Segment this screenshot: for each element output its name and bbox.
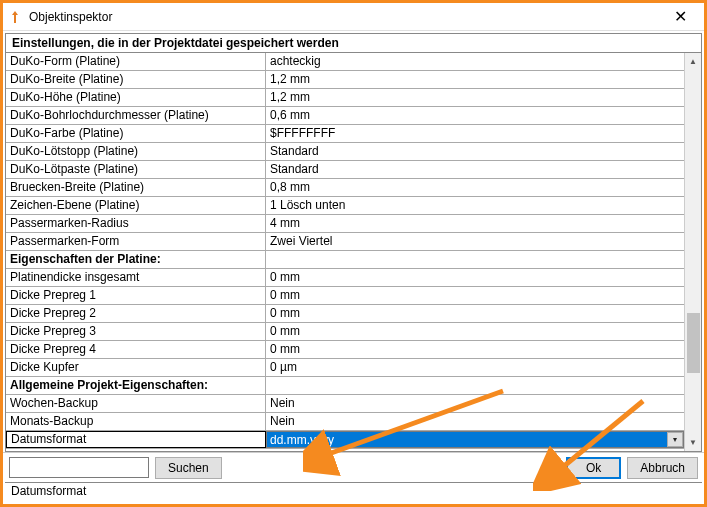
property-row[interactable]: Passermarken-FormZwei Viertel (6, 233, 684, 251)
property-label: Dicke Prepreg 1 (6, 287, 266, 304)
property-label: DuKo-Lötpaste (Platine) (6, 161, 266, 178)
property-value: 0 mm (266, 341, 684, 358)
property-label: DuKo-Bohrlochdurchmesser (Platine) (6, 107, 266, 124)
scroll-up-arrow[interactable]: ▲ (685, 53, 701, 70)
property-value (266, 251, 684, 268)
property-row[interactable]: Monats-BackupNein (6, 413, 684, 431)
property-label: DuKo-Farbe (Platine) (6, 125, 266, 142)
property-value: 0,8 mm (266, 179, 684, 196)
content-area: Einstellungen, die in der Projektdatei g… (3, 31, 704, 504)
property-label: Eigenschaften der Platine: (6, 251, 266, 268)
property-label: Monats-Backup (6, 413, 266, 430)
search-input[interactable] (9, 457, 149, 478)
property-label: Dicke Prepreg 2 (6, 305, 266, 322)
property-value: 1,2 mm (266, 71, 684, 88)
property-grid-wrap: DuKo-Form (Platine)achteckigDuKo-Breite … (5, 53, 702, 452)
property-value[interactable]: ▾ (266, 431, 684, 448)
property-value: 0 mm (266, 305, 684, 322)
property-value: $FFFFFFFF (266, 125, 684, 142)
property-value: Standard (266, 161, 684, 178)
property-value (266, 377, 684, 394)
property-value: 0,6 mm (266, 107, 684, 124)
property-label: DuKo-Höhe (Platine) (6, 89, 266, 106)
property-row[interactable]: Allgemeine Projekt-Eigenschaften: (6, 377, 684, 395)
property-value: 0 mm (266, 269, 684, 286)
property-label: Passermarken-Radius (6, 215, 266, 232)
property-value: Nein (266, 395, 684, 412)
property-row[interactable]: Dicke Prepreg 20 mm (6, 305, 684, 323)
property-value: Zwei Viertel (266, 233, 684, 250)
property-row[interactable]: Dicke Kupfer0 µm (6, 359, 684, 377)
property-row[interactable]: Zeichen-Ebene (Platine)1 Lösch unten (6, 197, 684, 215)
window-title: Objektinspektor (29, 10, 660, 24)
property-label: Dicke Prepreg 3 (6, 323, 266, 340)
property-row[interactable]: DuKo-Höhe (Platine)1,2 mm (6, 89, 684, 107)
property-row[interactable]: Datumsformat▾ (6, 431, 684, 449)
property-row[interactable]: DuKo-Farbe (Platine)$FFFFFFFF (6, 125, 684, 143)
window: Objektinspektor ✕ Einstellungen, die in … (0, 0, 707, 507)
property-value: 0 µm (266, 359, 684, 376)
property-row[interactable]: Bruecken-Breite (Platine)0,8 mm (6, 179, 684, 197)
property-label: Dicke Prepreg 4 (6, 341, 266, 358)
property-value-input[interactable] (266, 431, 684, 448)
property-value: achteckig (266, 53, 684, 70)
property-label: Zeichen-Ebene (Platine) (6, 197, 266, 214)
property-grid: DuKo-Form (Platine)achteckigDuKo-Breite … (6, 53, 684, 451)
property-value: Nein (266, 413, 684, 430)
property-row[interactable]: Eigenschaften der Platine: (6, 251, 684, 269)
property-row[interactable]: DuKo-Breite (Platine)1,2 mm (6, 71, 684, 89)
property-row[interactable]: DuKo-Bohrlochdurchmesser (Platine)0,6 mm (6, 107, 684, 125)
property-row[interactable]: Platinendicke insgesamt0 mm (6, 269, 684, 287)
cancel-button[interactable]: Abbruch (627, 457, 698, 479)
property-row[interactable]: DuKo-Lötpaste (Platine)Standard (6, 161, 684, 179)
vertical-scrollbar[interactable]: ▲ ▼ (684, 53, 701, 451)
property-value: 1 Lösch unten (266, 197, 684, 214)
property-value: Standard (266, 143, 684, 160)
property-row[interactable]: DuKo-Form (Platine)achteckig (6, 53, 684, 71)
property-value: 1,2 mm (266, 89, 684, 106)
property-row[interactable]: Dicke Prepreg 40 mm (6, 341, 684, 359)
property-row[interactable]: Wochen-BackupNein (6, 395, 684, 413)
app-icon (7, 9, 23, 25)
property-label: Wochen-Backup (6, 395, 266, 412)
ok-button[interactable]: Ok (566, 457, 621, 479)
property-label: Dicke Kupfer (6, 359, 266, 376)
property-row[interactable]: DuKo-Lötstopp (Platine)Standard (6, 143, 684, 161)
status-bar: Datumsformat (5, 482, 702, 502)
property-label: Allgemeine Projekt-Eigenschaften: (6, 377, 266, 394)
scroll-down-arrow[interactable]: ▼ (685, 434, 701, 451)
property-label: DuKo-Breite (Platine) (6, 71, 266, 88)
property-value: 4 mm (266, 215, 684, 232)
titlebar: Objektinspektor ✕ (3, 3, 704, 31)
chevron-down-icon[interactable]: ▾ (667, 432, 683, 447)
property-value: 0 mm (266, 323, 684, 340)
scroll-thumb[interactable] (687, 313, 700, 373)
property-row[interactable]: Dicke Prepreg 10 mm (6, 287, 684, 305)
property-label: Platinendicke insgesamt (6, 269, 266, 286)
property-value: 0 mm (266, 287, 684, 304)
property-label: Bruecken-Breite (Platine) (6, 179, 266, 196)
property-row[interactable]: Passermarken-Radius4 mm (6, 215, 684, 233)
property-label: DuKo-Lötstopp (Platine) (6, 143, 266, 160)
section-header: Einstellungen, die in der Projektdatei g… (5, 33, 702, 53)
property-label: DuKo-Form (Platine) (6, 53, 266, 70)
bottom-bar: Suchen Ok Abbruch (3, 452, 704, 482)
close-button[interactable]: ✕ (660, 3, 700, 30)
search-button[interactable]: Suchen (155, 457, 222, 479)
property-label: Passermarken-Form (6, 233, 266, 250)
property-label: Datumsformat (6, 431, 266, 448)
property-row[interactable]: Dicke Prepreg 30 mm (6, 323, 684, 341)
